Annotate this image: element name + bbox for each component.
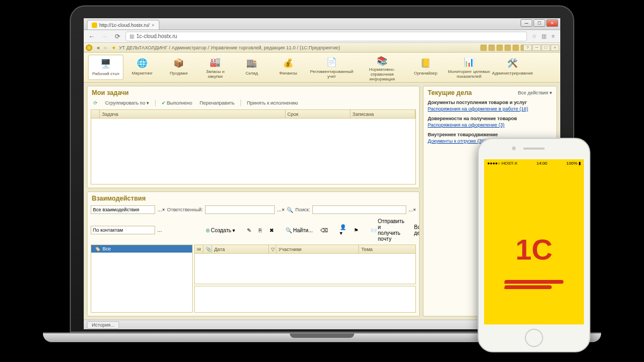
sales-icon: 📦 [172, 56, 186, 70]
contacts-select[interactable] [91, 226, 155, 234]
nav-back-icon[interactable]: ◄ [96, 45, 100, 50]
phone-camera [512, 146, 516, 150]
forward-button[interactable]: → [100, 32, 109, 41]
interactions-grid[interactable]: ✉ 📎 Дата ▽ Участники Тема [194, 245, 416, 284]
phone-time: 14:00 [537, 161, 547, 166]
clear-find-icon[interactable]: ⌫ [318, 226, 331, 234]
toolbar-organizer[interactable]: 📒 Органайзер [408, 55, 443, 80]
user-icon[interactable]: 👤▾ [337, 223, 349, 237]
col-attach[interactable]: 📎 [203, 245, 212, 253]
tasks-title: Мои задачи [87, 86, 419, 98]
phone-speaker [523, 147, 545, 150]
done-button[interactable]: ✔ Выполнено [159, 99, 195, 107]
interactions-tree[interactable]: 🏷️ Все [91, 245, 193, 313]
url-text: 1c-cloud.hostx.ru [136, 33, 177, 39]
app-toolbar-icon[interactable] [504, 45, 511, 51]
app-help-button[interactable]: ? [523, 45, 532, 51]
window-maximize-button[interactable]: □ [533, 19, 545, 27]
toolbar-reference[interactable]: 📚 Нормативно-справочная информация [357, 55, 407, 80]
toolbar-finance[interactable]: 💰 Финансы [270, 55, 306, 80]
news-link[interactable]: Распоряжения на оформление в работе (16) [428, 106, 552, 112]
filter-all-select[interactable] [91, 205, 155, 214]
edit-icon[interactable]: ✎ [244, 226, 254, 234]
app-minimize-button[interactable]: ─ [532, 45, 541, 51]
toolbar-regulated[interactable]: 📄 Регламентированный учет [307, 55, 356, 80]
url-input[interactable]: ▦ 1c-cloud.hostx.ru [126, 32, 527, 41]
group-by-button[interactable]: Сгруппировать по ▾ [103, 99, 152, 107]
col-written[interactable]: Записана [350, 110, 415, 118]
menu-icon[interactable]: ≡ [550, 33, 557, 40]
col-participants[interactable]: Участники [276, 245, 359, 253]
reload-button[interactable]: ⟳ [113, 32, 122, 41]
app-toolbar-icon[interactable] [496, 45, 503, 51]
col-sort-icon[interactable]: ▽ [269, 245, 276, 253]
find-button[interactable]: 🔍 Найти... [283, 226, 316, 234]
search-label: Поиск: [295, 207, 310, 212]
phone-mockup: ●●●●○ HOST-X 14:00 100% ▮ 1C [478, 138, 590, 352]
send-receive-button[interactable]: 📨 Отправить и получить почту [368, 217, 407, 243]
flag-icon[interactable]: ⚑ [351, 226, 361, 234]
phone-home-button[interactable] [525, 329, 543, 347]
clear-responsible-icon[interactable]: …× [277, 207, 284, 212]
toolbar-warehouse[interactable]: 🏬 Склад [234, 55, 269, 80]
logo-1c: 1C [515, 239, 552, 262]
toolbar-desktop[interactable]: 🖥️ Рабочий стол [88, 55, 123, 80]
nav-fwd-icon[interactable]: ► [104, 45, 108, 50]
history-button[interactable]: История... [87, 321, 119, 329]
clear-search-icon[interactable]: …× [408, 207, 416, 212]
back-button[interactable]: ← [87, 32, 97, 41]
app-toolbar-icon[interactable] [513, 45, 519, 51]
accept-button[interactable]: Принять к исполнению [244, 99, 301, 107]
news-block: Документы поступления товаров и услуг Ра… [423, 98, 557, 114]
desktop-icon: 🖥️ [99, 56, 113, 70]
toolbar-stock[interactable]: 🏭 Запасы и закупки [197, 55, 233, 80]
interactions-panel: Взаимодействия …× Ответственный: …× 🔍 По… [87, 191, 420, 316]
app-logo-icon [86, 45, 92, 51]
toolbar-monitoring[interactable]: 📊 Мониторинг целевых показателей [444, 55, 494, 80]
tasks-grid[interactable]: Задача Срок Записана [91, 109, 416, 184]
toolbar-admin[interactable]: 🛠️ Администрирование [495, 55, 530, 80]
interactions-preview [194, 286, 416, 313]
delete-icon[interactable]: ✖ [267, 226, 276, 234]
app-close-button[interactable]: × [551, 45, 559, 51]
favorite-icon[interactable]: ★ [112, 45, 116, 50]
col-subject[interactable]: Тема [359, 245, 415, 253]
redirect-button[interactable]: Перенаправить [197, 99, 237, 107]
bookmark-icon[interactable]: ☆ [530, 33, 538, 40]
search-input[interactable] [312, 205, 406, 214]
tab-close-icon[interactable]: × [152, 23, 155, 28]
page-icon: ▦ [129, 33, 134, 39]
phone-battery: 100% ▮ [566, 161, 581, 166]
app-maximize-button[interactable]: □ [541, 45, 550, 51]
window-close-button[interactable]: × [546, 19, 558, 27]
toolbar-sales[interactable]: 📦 Продажи [161, 55, 196, 80]
create-button[interactable]: ⊕ Создать ▾ [203, 226, 238, 234]
copy-icon[interactable]: ⎘ [256, 226, 265, 234]
tab-favicon [92, 23, 97, 28]
all-actions-button[interactable]: Все действия ▾ [411, 223, 420, 237]
col-date[interactable]: Дата [212, 245, 269, 253]
contacts-dropdown-icon[interactable]: … [157, 227, 162, 233]
app-toolbar-icon[interactable] [480, 45, 487, 51]
refresh-button[interactable]: ⟳ [91, 99, 100, 107]
col-icon[interactable]: ✉ [195, 245, 203, 253]
extension-icon[interactable]: ▥ [540, 33, 547, 40]
col-task[interactable]: Задача [100, 110, 286, 118]
stock-icon: 🏭 [208, 56, 222, 68]
responsible-input[interactable] [205, 205, 275, 214]
current-title: Текущие дела [428, 89, 472, 97]
search-icon: 🔍 [287, 207, 293, 213]
tree-root-item[interactable]: 🏷️ Все [91, 245, 192, 253]
news-link[interactable]: Распоряжения на оформление (3) [428, 122, 552, 128]
browser-tab[interactable]: http://1c-cloud.hostx.ru/ × [87, 20, 159, 29]
interactions-title: Взаимодействия [87, 192, 419, 204]
current-all-actions[interactable]: Все действия ▾ [518, 90, 552, 95]
app-toolbar-icon[interactable] [488, 45, 495, 51]
tab-title: http://1c-cloud.hostx.ru/ [99, 23, 150, 28]
toolbar-marketing[interactable]: 🌐 Маркетинг [125, 55, 160, 80]
folder-icon: 🏷️ [94, 246, 100, 252]
clear-filter-icon[interactable]: …× [157, 207, 165, 212]
tasks-toolbar: ⟳ Сгруппировать по ▾ ✔ Выполнено Перенап… [87, 98, 419, 108]
window-minimize-button[interactable]: ─ [521, 19, 532, 27]
col-deadline[interactable]: Срок [286, 110, 350, 118]
